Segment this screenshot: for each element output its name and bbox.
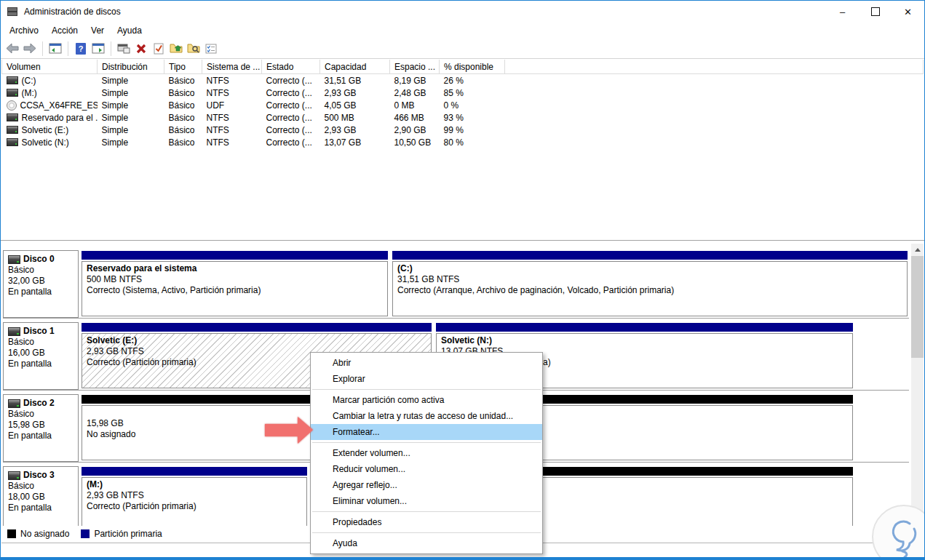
forward-icon[interactable]: [22, 41, 38, 57]
red-callout-arrow-icon: [265, 417, 313, 444]
volume-table: VolumenDistribuciónTipoSistema de ...Est…: [1, 60, 924, 148]
help-icon[interactable]: ?: [73, 41, 89, 57]
volume-name-cell: CCSA_X64FRE_ES-...: [7, 100, 98, 111]
column-header[interactable]: Estado: [262, 60, 320, 74]
volume-list-pane: VolumenDistribuciónTipoSistema de ...Est…: [1, 60, 924, 240]
table-cell: 10,50 GB: [390, 136, 440, 148]
column-header[interactable]: Volumen: [2, 60, 98, 74]
partition[interactable]: (M:)2,93 GB NTFSCorrecto (Partición prim…: [82, 467, 307, 526]
context-menu-item-explorar[interactable]: Explorar: [311, 371, 542, 387]
disk-name-text: Disco 1: [23, 326, 55, 337]
column-header[interactable]: Distribución: [98, 60, 164, 74]
context-menu-item-agregar-reflejo[interactable]: Agregar reflejo...: [311, 477, 542, 493]
table-cell: CCSA_X64FRE_ES-...: [2, 99, 98, 111]
disk-label[interactable]: Disco 1Básico16,00 GBEn pantalla: [3, 322, 79, 390]
scroll-up-arrow-icon[interactable]: [911, 244, 924, 256]
table-row[interactable]: Solvetic (E:)SimpleBásicoNTFSCorrecto (.…: [2, 124, 924, 136]
disk-icon: [8, 255, 20, 264]
disk-name: Disco 0: [8, 254, 74, 265]
partition-body[interactable]: (C:)31,51 GB NTFSCorrecto (Arranque, Arc…: [392, 261, 908, 316]
minimize-button[interactable]: –: [826, 1, 859, 23]
volume-name: Reservado para el ...: [22, 113, 98, 123]
folder-up-icon[interactable]: [168, 41, 184, 57]
disk-name: Disco 1: [8, 326, 74, 337]
partition-line: 31,51 GB NTFS: [397, 274, 902, 285]
table-cell: 26 %: [440, 74, 505, 87]
disk-status: En pantalla: [8, 287, 74, 297]
volume-name-cell: Reservado para el ...: [7, 113, 98, 123]
table-row[interactable]: Solvetic (N:)SimpleBásicoNTFSCorrecto (.…: [2, 136, 924, 148]
table-row[interactable]: (C:)SimpleBásicoNTFSCorrecto (...31,51 G…: [2, 74, 924, 87]
table-cell: Básico: [164, 87, 202, 99]
toolbar-separator: [42, 41, 43, 56]
menu-accion[interactable]: Acción: [45, 23, 84, 38]
back-icon[interactable]: [4, 41, 20, 57]
table-cell: Reservado para el ...: [2, 111, 98, 124]
checklist-icon[interactable]: [203, 41, 219, 57]
context-menu-item-ayuda[interactable]: Ayuda: [311, 535, 542, 551]
disk-icon: [8, 471, 20, 480]
column-header-filler: [505, 60, 924, 74]
table-cell: Básico: [164, 111, 202, 124]
table-row[interactable]: Reservado para el ...SimpleBásicoNTFSCor…: [2, 111, 924, 124]
context-menu-item-reducir-volumen[interactable]: Reducir volumen...: [311, 461, 542, 477]
popup-menu-icon[interactable]: [116, 41, 132, 57]
menu-separator: [312, 389, 541, 390]
context-menu-item-extender-volumen[interactable]: Extender volumen...: [311, 445, 542, 461]
menu-ayuda[interactable]: Ayuda: [111, 23, 148, 38]
table-cell-filler: [505, 74, 924, 87]
disk-label[interactable]: Disco 2Básico15,98 GBEn pantalla: [3, 394, 79, 462]
table-cell: NTFS: [202, 74, 262, 87]
context-menu-item-marcar-particio-n-como-activa[interactable]: Marcar partición como activa: [311, 392, 542, 408]
validate-icon[interactable]: [151, 41, 167, 57]
partition-body[interactable]: (M:)2,93 GB NTFSCorrecto (Partición prim…: [82, 477, 307, 526]
disk-size: 32,00 GB: [8, 276, 74, 287]
context-menu: AbrirExplorarMarcar partición como activ…: [310, 352, 543, 554]
table-cell: Básico: [164, 124, 202, 136]
column-header[interactable]: Espacio ...: [390, 60, 440, 74]
maximize-button[interactable]: [859, 1, 892, 23]
table-row[interactable]: CCSA_X64FRE_ES-...SimpleBásicoUDFCorrect…: [2, 99, 924, 111]
context-menu-item-abrir[interactable]: Abrir: [311, 355, 542, 371]
pane-splitter[interactable]: [1, 240, 924, 243]
disk-label[interactable]: Disco 0Básico32,00 GBEn pantalla: [3, 250, 79, 318]
context-menu-item-formatear[interactable]: Formatear...: [311, 424, 542, 440]
partition[interactable]: Reservado para el sistema500 MB NTFSCorr…: [82, 251, 388, 316]
partition[interactable]: (C:)31,51 GB NTFSCorrecto (Arranque, Arc…: [392, 251, 908, 316]
legend-label: Partición primaria: [94, 529, 162, 539]
table-cell: Básico: [164, 74, 202, 87]
table-cell: Correcto (...: [262, 111, 320, 124]
context-menu-item-cambiar-la-letra-y-rutas-de-acceso-de-unidad[interactable]: Cambiar la letra y rutas de acceso de un…: [311, 408, 542, 424]
table-cell: Simple: [98, 111, 164, 124]
column-header[interactable]: % disponible: [440, 60, 505, 74]
disk-management-window: Administración de discos – ✕ ArchivoAcci…: [0, 0, 925, 560]
disk-label[interactable]: Disco 3Básico18,00 GBEn pantalla: [3, 466, 79, 526]
table-row[interactable]: (M:)SimpleBásicoNTFSCorrecto (...2,93 GB…: [2, 87, 924, 99]
scrollbar-thumb[interactable]: [911, 256, 924, 358]
action-pane-icon[interactable]: [90, 41, 106, 57]
table-cell: UDF: [202, 99, 262, 111]
table-cell: 13,07 GB: [320, 136, 390, 148]
volume-name: CCSA_X64FRE_ES-...: [20, 100, 98, 111]
disk-name-text: Disco 2: [23, 398, 55, 409]
disk-row: Disco 0Básico32,00 GBEn pantallaReservad…: [3, 250, 909, 319]
column-header[interactable]: Capacidad: [320, 60, 390, 74]
close-button[interactable]: ✕: [892, 1, 924, 23]
folder-search-icon[interactable]: [186, 41, 202, 57]
context-menu-item-propiedades[interactable]: Propiedades: [311, 514, 542, 530]
menu-ver[interactable]: Ver: [84, 23, 111, 38]
column-header[interactable]: Tipo: [164, 60, 202, 74]
vertical-scrollbar[interactable]: [911, 244, 924, 526]
console-tree-icon[interactable]: [47, 41, 63, 57]
volume-name-cell: (C:): [7, 76, 98, 86]
partition-body[interactable]: Reservado para el sistema500 MB NTFSCorr…: [82, 261, 388, 316]
column-header[interactable]: Sistema de ...: [202, 60, 262, 74]
delete-icon[interactable]: [133, 41, 149, 57]
table-cell: Correcto (...: [262, 87, 320, 99]
legend-item: Partición primaria: [81, 529, 162, 539]
menu-separator: [312, 442, 541, 443]
context-menu-item-eliminar-volumen[interactable]: Eliminar volumen...: [311, 493, 542, 509]
partition-line: 500 MB NTFS: [87, 274, 383, 285]
menu-archivo[interactable]: Archivo: [3, 23, 45, 38]
partition-line: 2,93 GB NTFS: [87, 490, 302, 501]
